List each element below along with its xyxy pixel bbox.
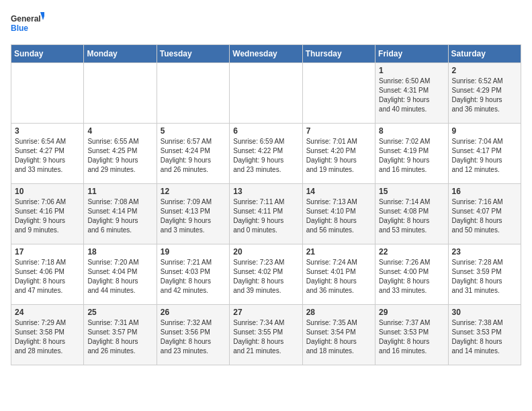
day-header-saturday: Saturday [448, 45, 521, 63]
calendar-cell: 15Sunrise: 7:14 AM Sunset: 4:08 PM Dayli… [375, 184, 448, 244]
week-row-1: 3Sunrise: 6:54 AM Sunset: 4:27 PM Daylig… [11, 124, 521, 184]
calendar-cell: 8Sunrise: 7:02 AM Sunset: 4:19 PM Daylig… [375, 124, 448, 184]
calendar-cell: 20Sunrise: 7:23 AM Sunset: 4:02 PM Dayli… [230, 244, 302, 305]
calendar-cell: 19Sunrise: 7:21 AM Sunset: 4:03 PM Dayli… [157, 244, 229, 305]
calendar-cell: 23Sunrise: 7:28 AM Sunset: 3:59 PM Dayli… [448, 244, 521, 305]
calendar-cell [157, 63, 229, 124]
calendar-cell: 29Sunrise: 7:37 AM Sunset: 3:53 PM Dayli… [375, 305, 448, 365]
day-info: Sunrise: 7:31 AM Sunset: 3:57 PM Dayligh… [87, 318, 152, 356]
day-number: 2 [452, 66, 517, 75]
logo: General Blue [11, 11, 44, 39]
calendar-cell: 27Sunrise: 7:34 AM Sunset: 3:55 PM Dayli… [230, 305, 302, 365]
day-info: Sunrise: 6:55 AM Sunset: 4:25 PM Dayligh… [87, 137, 152, 175]
day-headers-row: SundayMondayTuesdayWednesdayThursdayFrid… [11, 45, 521, 63]
calendar-cell: 7Sunrise: 7:01 AM Sunset: 4:20 PM Daylig… [302, 124, 375, 184]
day-number: 24 [15, 308, 80, 317]
day-number: 8 [379, 126, 444, 136]
day-number: 29 [379, 308, 444, 317]
day-number: 20 [233, 247, 298, 257]
day-info: Sunrise: 7:28 AM Sunset: 3:59 PM Dayligh… [452, 258, 517, 295]
day-info: Sunrise: 7:29 AM Sunset: 3:58 PM Dayligh… [15, 318, 80, 356]
week-row-2: 10Sunrise: 7:06 AM Sunset: 4:16 PM Dayli… [11, 184, 521, 244]
day-number: 13 [233, 187, 298, 196]
day-header-monday: Monday [84, 45, 157, 63]
day-number: 18 [87, 247, 152, 257]
day-info: Sunrise: 7:16 AM Sunset: 4:07 PM Dayligh… [452, 197, 517, 235]
calendar-cell: 9Sunrise: 7:04 AM Sunset: 4:17 PM Daylig… [448, 124, 521, 184]
day-header-friday: Friday [375, 45, 448, 63]
day-number: 22 [379, 247, 444, 257]
svg-text:Blue: Blue [11, 24, 28, 33]
calendar-cell: 16Sunrise: 7:16 AM Sunset: 4:07 PM Dayli… [448, 184, 521, 244]
calendar-cell: 28Sunrise: 7:35 AM Sunset: 3:54 PM Dayli… [302, 305, 375, 365]
day-number: 10 [15, 187, 80, 196]
svg-text:General: General [11, 14, 41, 24]
calendar-cell: 18Sunrise: 7:20 AM Sunset: 4:04 PM Dayli… [84, 244, 157, 305]
day-header-tuesday: Tuesday [157, 45, 229, 63]
day-info: Sunrise: 7:23 AM Sunset: 4:02 PM Dayligh… [233, 258, 298, 295]
day-info: Sunrise: 7:04 AM Sunset: 4:17 PM Dayligh… [452, 137, 517, 175]
calendar-cell: 6Sunrise: 6:59 AM Sunset: 4:22 PM Daylig… [230, 124, 302, 184]
calendar-cell: 2Sunrise: 6:52 AM Sunset: 4:29 PM Daylig… [448, 63, 521, 124]
calendar-cell: 4Sunrise: 6:55 AM Sunset: 4:25 PM Daylig… [84, 124, 157, 184]
day-number: 11 [87, 187, 152, 196]
day-info: Sunrise: 7:11 AM Sunset: 4:11 PM Dayligh… [233, 197, 298, 235]
day-header-sunday: Sunday [11, 45, 84, 63]
calendar-cell: 1Sunrise: 6:50 AM Sunset: 4:31 PM Daylig… [375, 63, 448, 124]
day-number: 27 [233, 308, 298, 317]
day-number: 15 [379, 187, 444, 196]
day-info: Sunrise: 7:09 AM Sunset: 4:13 PM Dayligh… [161, 197, 226, 235]
day-info: Sunrise: 7:18 AM Sunset: 4:06 PM Dayligh… [15, 258, 80, 295]
day-number: 5 [161, 126, 226, 136]
day-number: 7 [306, 126, 371, 136]
calendar-cell [230, 63, 302, 124]
calendar-cell [84, 63, 157, 124]
calendar-cell: 25Sunrise: 7:31 AM Sunset: 3:57 PM Dayli… [84, 305, 157, 365]
day-header-wednesday: Wednesday [230, 45, 302, 63]
week-row-3: 17Sunrise: 7:18 AM Sunset: 4:06 PM Dayli… [11, 244, 521, 305]
day-info: Sunrise: 7:13 AM Sunset: 4:10 PM Dayligh… [306, 197, 371, 235]
day-number: 19 [161, 247, 226, 257]
day-info: Sunrise: 7:32 AM Sunset: 3:56 PM Dayligh… [161, 318, 226, 356]
day-info: Sunrise: 7:21 AM Sunset: 4:03 PM Dayligh… [161, 258, 226, 295]
day-number: 23 [452, 247, 517, 257]
calendar-cell: 24Sunrise: 7:29 AM Sunset: 3:58 PM Dayli… [11, 305, 84, 365]
calendar-cell: 26Sunrise: 7:32 AM Sunset: 3:56 PM Dayli… [157, 305, 229, 365]
day-info: Sunrise: 6:57 AM Sunset: 4:24 PM Dayligh… [161, 137, 226, 175]
calendar-table: SundayMondayTuesdayWednesdayThursdayFrid… [11, 44, 521, 365]
calendar-cell [302, 63, 375, 124]
day-number: 14 [306, 187, 371, 196]
day-info: Sunrise: 7:38 AM Sunset: 3:53 PM Dayligh… [452, 318, 517, 356]
day-number: 21 [306, 247, 371, 257]
day-number: 17 [15, 247, 80, 257]
calendar-cell [11, 63, 84, 124]
day-info: Sunrise: 7:06 AM Sunset: 4:16 PM Dayligh… [15, 197, 80, 235]
day-info: Sunrise: 7:01 AM Sunset: 4:20 PM Dayligh… [306, 137, 371, 175]
day-info: Sunrise: 7:34 AM Sunset: 3:55 PM Dayligh… [233, 318, 298, 356]
day-info: Sunrise: 7:35 AM Sunset: 3:54 PM Dayligh… [306, 318, 371, 356]
calendar-cell: 12Sunrise: 7:09 AM Sunset: 4:13 PM Dayli… [157, 184, 229, 244]
day-number: 9 [452, 126, 517, 136]
day-number: 3 [15, 126, 80, 136]
day-number: 25 [87, 308, 152, 317]
week-row-0: 1Sunrise: 6:50 AM Sunset: 4:31 PM Daylig… [11, 63, 521, 124]
day-info: Sunrise: 7:26 AM Sunset: 4:00 PM Dayligh… [379, 258, 444, 295]
day-info: Sunrise: 6:52 AM Sunset: 4:29 PM Dayligh… [452, 77, 517, 114]
day-info: Sunrise: 7:20 AM Sunset: 4:04 PM Dayligh… [87, 258, 152, 295]
svg-marker-2 [40, 12, 44, 20]
calendar-cell: 30Sunrise: 7:38 AM Sunset: 3:53 PM Dayli… [448, 305, 521, 365]
day-number: 4 [87, 126, 152, 136]
week-row-4: 24Sunrise: 7:29 AM Sunset: 3:58 PM Dayli… [11, 305, 521, 365]
calendar-cell: 11Sunrise: 7:08 AM Sunset: 4:14 PM Dayli… [84, 184, 157, 244]
day-number: 1 [379, 66, 444, 75]
calendar-cell: 22Sunrise: 7:26 AM Sunset: 4:00 PM Dayli… [375, 244, 448, 305]
day-info: Sunrise: 6:54 AM Sunset: 4:27 PM Dayligh… [15, 137, 80, 175]
day-info: Sunrise: 7:37 AM Sunset: 3:53 PM Dayligh… [379, 318, 444, 356]
header: General Blue [11, 11, 521, 39]
calendar-cell: 13Sunrise: 7:11 AM Sunset: 4:11 PM Dayli… [230, 184, 302, 244]
day-number: 16 [452, 187, 517, 196]
day-number: 28 [306, 308, 371, 317]
calendar-cell: 21Sunrise: 7:24 AM Sunset: 4:01 PM Dayli… [302, 244, 375, 305]
day-info: Sunrise: 7:24 AM Sunset: 4:01 PM Dayligh… [306, 258, 371, 295]
day-info: Sunrise: 7:14 AM Sunset: 4:08 PM Dayligh… [379, 197, 444, 235]
